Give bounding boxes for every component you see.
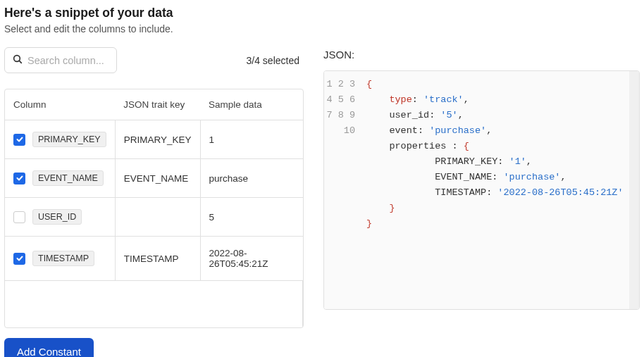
checkbox[interactable]: [13, 253, 25, 265]
svg-line-1: [19, 61, 21, 63]
column-chip: EVENT_NAME: [32, 170, 104, 186]
line-gutter: 1 2 3 4 5 6 7 8 9 10: [324, 71, 362, 309]
trait-cell: TIMESTAMP: [115, 237, 200, 281]
checkbox[interactable]: [13, 134, 25, 146]
add-constant-button[interactable]: Add Constant: [4, 338, 94, 358]
search-box[interactable]: [4, 47, 117, 73]
table-row: PRIMARY_KEY PRIMARY_KEY 1: [5, 120, 303, 159]
table-row: USER_ID 5: [5, 198, 303, 237]
json-code[interactable]: { type: 'track', user_id: '5', event: 'p…: [362, 71, 629, 309]
column-header-trait: JSON trait key: [115, 89, 200, 120]
empty-row: [5, 281, 303, 327]
sample-cell: 1: [200, 120, 303, 159]
search-input[interactable]: [27, 55, 109, 66]
page-title: Here's a snippet of your data: [4, 6, 640, 20]
column-chip: TIMESTAMP: [32, 251, 94, 266]
table-row: TIMESTAMP TIMESTAMP 2022-08-26T05:45:21Z: [5, 237, 303, 281]
sample-cell: purchase: [200, 159, 303, 198]
search-icon: [12, 54, 23, 67]
column-header-column: Column: [5, 89, 115, 120]
column-chip: PRIMARY_KEY: [32, 132, 106, 147]
json-label: JSON:: [323, 49, 640, 61]
column-chip: USER_ID: [32, 209, 82, 225]
trait-cell: [115, 198, 200, 237]
selection-count: 3/4 selected: [247, 55, 304, 66]
scrollbar[interactable]: [629, 71, 639, 309]
page-subtitle: Select and edit the columns to include.: [4, 23, 640, 35]
columns-table: Column JSON trait key Sample data PRIMAR…: [4, 89, 304, 328]
column-header-sample: Sample data: [200, 89, 303, 120]
json-panel: 1 2 3 4 5 6 7 8 9 10 { type: 'track', us…: [323, 70, 640, 310]
sample-cell: 5: [200, 198, 303, 237]
checkbox[interactable]: [13, 173, 25, 184]
table-row: EVENT_NAME EVENT_NAME purchase: [5, 159, 303, 198]
trait-cell: PRIMARY_KEY: [115, 120, 200, 159]
trait-cell: EVENT_NAME: [115, 159, 200, 198]
checkbox[interactable]: [13, 211, 25, 223]
sample-cell: 2022-08-26T05:45:21Z: [200, 237, 303, 281]
